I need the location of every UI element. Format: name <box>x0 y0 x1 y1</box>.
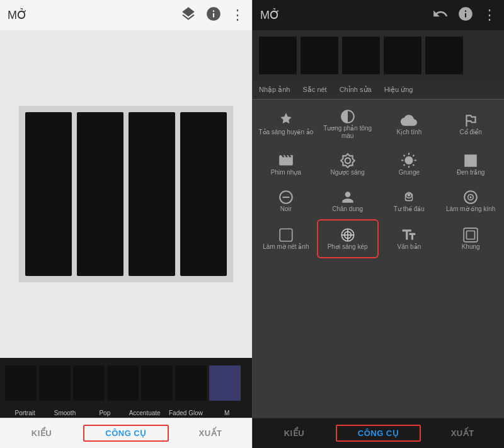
filter-name-phim-nhua: Phim nhựa <box>271 169 301 176</box>
filter-toa-sang[interactable]: Tỏa sáng huyền ảo <box>255 102 317 146</box>
left-thumbnail-strip <box>0 358 252 408</box>
filter-name-lam-mo-net: Làm mờ nét ảnh <box>263 243 309 251</box>
undo-icon[interactable] <box>432 6 449 25</box>
layers-icon[interactable] <box>180 6 197 25</box>
filter-grid-scroll: Tỏa sáng huyền ảo Tương phản tông màu Kị… <box>253 100 504 418</box>
right-title: MỞ <box>260 8 432 22</box>
filter-lam-mo-ong-kinh[interactable]: Làm mờ ống kính <box>440 183 501 219</box>
thumb-1[interactable] <box>5 365 37 401</box>
right-header-icons: ⋮ <box>432 6 496 25</box>
thumb-2[interactable] <box>39 365 71 401</box>
left-title: MỞ <box>8 8 180 22</box>
thumb-6[interactable] <box>175 365 207 401</box>
left-header-icons: ⋮ <box>180 6 244 25</box>
svg-rect-5 <box>280 229 292 241</box>
filter-strip-label-4[interactable]: Hiệu ứng <box>378 83 420 96</box>
partial-stripe-4 <box>384 37 421 74</box>
filter-label-strip: Nhập ảnh Sắc nét Chỉnh sửa Hiệu ứng <box>253 81 504 100</box>
filter-kich-tinh[interactable]: Kịch tính <box>379 102 440 146</box>
thumb-label-m: M <box>211 410 243 416</box>
filter-name-lam-mo-ong-kinh: Làm mờ ống kính <box>446 205 495 213</box>
filter-name-phoi-sang-kep: Phơi sáng kép <box>328 243 368 251</box>
filter-den-trang[interactable]: Đen trắng <box>440 146 501 183</box>
filter-chan-dung[interactable]: Chân dung <box>317 183 379 219</box>
filter-strip-label-1[interactable]: Nhập ảnh <box>253 83 296 96</box>
filter-strip-label-3[interactable]: Chỉnh sửa <box>333 83 378 96</box>
thumb-label-faded: Faded Glow <box>169 410 203 416</box>
filter-name-tuong-phan: Tương phản tông màu <box>319 125 376 140</box>
left-panel: MỞ ⋮ <box>0 0 252 448</box>
thumb-4[interactable] <box>107 365 139 401</box>
filter-tuong-phan[interactable]: Tương phản tông màu <box>317 102 379 146</box>
right-header: MỞ ⋮ <box>253 0 504 30</box>
tab-xuat-left[interactable]: XUẤT <box>169 423 252 443</box>
filter-nguoc-sang[interactable]: Ngược sáng <box>317 146 379 183</box>
tab-kieu-left[interactable]: KIỂU <box>0 423 83 443</box>
main-image <box>19 106 233 282</box>
filter-name-grunge: Grunge <box>399 169 420 176</box>
filter-name-chan-dung: Chân dung <box>332 205 363 213</box>
left-header: MỞ ⋮ <box>0 0 252 30</box>
thumb-label-portrait: Portrait <box>9 410 41 416</box>
filter-name-nguoc-sang: Ngược sáng <box>331 169 365 176</box>
stripe-1 <box>25 112 72 276</box>
filter-noir[interactable]: Noir <box>255 183 317 219</box>
left-image-area <box>0 30 252 358</box>
more-icon[interactable]: ⋮ <box>231 7 244 23</box>
filter-name-noir: Noir <box>280 205 292 213</box>
partial-stripe-3 <box>342 37 380 74</box>
left-thumb-labels: Portrait Smooth Pop Accentuate Faded Glo… <box>0 408 252 418</box>
svg-rect-11 <box>467 231 475 239</box>
right-partial-image <box>253 30 504 81</box>
thumb-7[interactable] <box>209 365 241 401</box>
filter-van-ban[interactable]: Văn bản <box>379 219 440 258</box>
filter-tu-the-dau[interactable]: Tư thế đầu <box>379 183 440 219</box>
right-bottom-tabs: KIỂU CÔNG CỤ XUẤT <box>253 418 504 448</box>
info-icon-right[interactable] <box>457 6 474 25</box>
filter-name-kich-tinh: Kịch tính <box>397 129 422 136</box>
stripe-4 <box>180 112 227 276</box>
more-icon-right[interactable]: ⋮ <box>483 7 496 23</box>
left-bottom-tabs: KIỂU CÔNG CỤ XUẤT <box>0 418 252 448</box>
thumb-3[interactable] <box>73 365 105 401</box>
filter-grunge[interactable]: Grunge <box>379 146 440 183</box>
thumb-label-accentuate: Accentuate <box>129 410 161 416</box>
tab-xuat-right[interactable]: XUẤT <box>421 423 504 443</box>
tab-congcu-left[interactable]: CÔNG CỤ <box>83 425 169 442</box>
filter-phoi-sang-kep[interactable]: Phơi sáng kép <box>317 219 379 258</box>
filter-co-dien[interactable]: Cổ điển <box>440 102 501 146</box>
filter-name-van-ban: Văn bản <box>398 243 421 251</box>
info-icon[interactable] <box>205 6 222 25</box>
thumb-5[interactable] <box>141 365 173 401</box>
filter-name-tu-the-dau: Tư thế đầu <box>394 205 425 213</box>
thumb-label-smooth: Smooth <box>49 410 81 416</box>
svg-point-4 <box>470 196 472 198</box>
partial-stripe-2 <box>301 37 338 74</box>
filter-name-khung: Khung <box>462 243 480 251</box>
filter-name-co-dien: Cổ điển <box>459 129 481 136</box>
tab-congcu-right[interactable]: CÔNG CỤ <box>336 425 421 442</box>
stripe-3 <box>129 112 175 276</box>
filter-strip-label-2[interactable]: Sắc nét <box>296 83 333 96</box>
filter-khung[interactable]: Khung <box>440 219 501 258</box>
filter-phim-nhua[interactable]: Phim nhựa <box>255 146 317 183</box>
svg-point-2 <box>408 194 410 197</box>
partial-stripe-5 <box>425 37 463 74</box>
stripe-2 <box>77 112 123 276</box>
thumb-label-pop: Pop <box>89 410 120 416</box>
tab-kieu-right[interactable]: KIỂU <box>253 423 336 443</box>
filter-lam-mo-net[interactable]: Làm mờ nét ảnh <box>255 219 317 258</box>
filter-name-toa-sang: Tỏa sáng huyền ảo <box>258 129 313 136</box>
filter-grid: Tỏa sáng huyền ảo Tương phản tông màu Kị… <box>253 100 504 261</box>
partial-stripe-1 <box>259 37 297 74</box>
svg-rect-10 <box>464 228 478 242</box>
filter-name-den-trang: Đen trắng <box>457 169 484 176</box>
right-panel: MỞ ⋮ Nhập ảnh Sắc nét Chỉnh sửa Hiệu <box>252 0 504 448</box>
